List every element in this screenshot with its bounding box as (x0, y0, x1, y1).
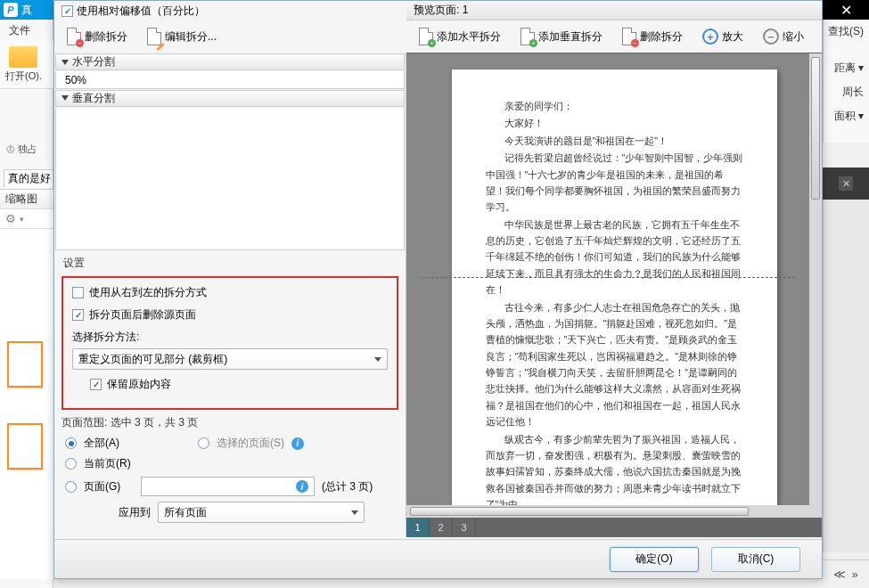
exclusive-mode[interactable]: ♔ 独占 (5, 143, 37, 156)
right-item-area[interactable]: 面积 ▾ (824, 104, 869, 128)
keep-original-row[interactable]: ✓ 保留原始内容 (90, 377, 388, 392)
gear-icon[interactable]: ⚙ (5, 212, 16, 225)
horizontal-scrollbar[interactable] (406, 505, 822, 518)
split-method-combo[interactable]: 重定义页面的可见部分 (裁剪框) (72, 348, 388, 370)
page-tab-1[interactable]: 1 (406, 518, 430, 537)
menu-file[interactable]: 文件 (0, 20, 53, 41)
page-tab-2[interactable]: 2 (430, 518, 453, 537)
thumbnail-1[interactable] (7, 341, 43, 388)
cancel-button[interactable]: 取消(C) (711, 547, 800, 572)
collapse-icon (61, 95, 69, 101)
document-tab[interactable]: 真的是好 (4, 169, 53, 187)
document-icon: − (622, 28, 636, 45)
exclusive-label: 独占 (18, 143, 37, 156)
right-item-perimeter[interactable]: 周长 (824, 80, 869, 104)
delete-source-label: 拆分页面后删除源页面 (89, 307, 196, 323)
delete-split-button[interactable]: − 删除拆分 (61, 25, 133, 48)
zoom-out-label: 缩小 (783, 29, 804, 45)
dialog-body: 水平分割 50% 垂直分割 设置 使用从右到左的拆分方式 ✓ 拆分页面后删除源页… (54, 53, 822, 537)
radio-pages[interactable] (65, 481, 77, 493)
checkbox-rtl[interactable] (72, 287, 84, 298)
doc-line: 亲爱的同学们： (486, 98, 743, 114)
scroll-thumb[interactable] (811, 57, 820, 200)
app-title-text: 真 (21, 3, 32, 18)
zoom-out-button[interactable]: − 缩小 (758, 26, 809, 47)
document-icon: + (521, 28, 535, 45)
preview-pane: 亲爱的同学们： 大家好！ 今天我演讲的题目是"和祖国在一起"！ 记得先哲梁启超曾… (406, 53, 822, 537)
settings-title: 设置 (63, 256, 398, 271)
window-close-button[interactable]: ✕ (823, 0, 869, 20)
top-left-toolbar: ✓ 使用相对偏移值（百分比） − 删除拆分 编辑拆分... (54, 1, 406, 53)
delete-split-button-2[interactable]: − 删除拆分 (617, 25, 688, 48)
h-split-value-row[interactable]: 50% (55, 71, 405, 88)
delete-split-label: 删除拆分 (85, 29, 127, 45)
edit-split-button[interactable]: 编辑拆分... (142, 25, 222, 48)
scroll-thumb[interactable] (410, 507, 749, 516)
rtl-row[interactable]: 使用从右到左的拆分方式 (72, 285, 388, 300)
right-dark-strip: ✕ (823, 167, 869, 200)
zoom-in-label: 放大 (722, 29, 743, 45)
add-v-label: 添加垂直拆分 (538, 29, 603, 45)
delete-source-row[interactable]: ✓ 拆分页面后删除源页面 (72, 307, 388, 323)
vertical-scrollbar[interactable] (809, 53, 822, 505)
radio-current-label: 当前页(R) (84, 456, 131, 471)
apply-to-label: 应用到 (119, 505, 151, 520)
page-range-title: 页面范围: 选中 3 页，共 3 页 (61, 415, 398, 430)
document-icon (147, 28, 161, 45)
add-horizontal-split-button[interactable]: + 添加水平拆分 (414, 25, 506, 48)
crown-icon: ♔ (5, 143, 16, 156)
chevron-down-icon (351, 510, 358, 515)
thumbnail-2[interactable] (7, 423, 43, 470)
info-icon[interactable]: i (291, 437, 304, 450)
radio-selected[interactable] (198, 437, 209, 449)
delete-split-label-2: 删除拆分 (640, 29, 683, 45)
document-icon: + (419, 28, 433, 45)
apply-to-value: 所有页面 (164, 505, 207, 520)
split-list-empty-area (55, 108, 405, 250)
radio-all[interactable] (65, 437, 77, 449)
doc-line: 古往今来，有多少仁人志士在祖国危急存亡的关头，抛头颅，洒热血，为国捐躯。"捐躯赴… (486, 299, 743, 430)
zoom-out-icon: − (763, 29, 779, 45)
edit-split-label: 编辑拆分... (165, 29, 217, 45)
top-right-toolbar: 预览页面: 1 + 添加水平拆分 + 添加垂直拆分 − 删除拆分 + 放大 − … (406, 1, 822, 53)
pages-input[interactable]: i (141, 477, 315, 496)
status-bar-fragment: ≪ » (823, 559, 869, 588)
right-menu-fragment: 查找(S) 距离 ▾ 周长 面积 ▾ (823, 20, 869, 143)
checkbox-relative-offset[interactable]: ✓ (61, 5, 73, 17)
h-split-header-label: 水平分割 (72, 54, 115, 69)
right-item-find[interactable]: 查找(S) (824, 20, 869, 44)
zoom-in-button[interactable]: + 放大 (697, 26, 749, 47)
horizontal-split-header[interactable]: 水平分割 (55, 53, 405, 70)
chevrons-icon[interactable]: ≪ (833, 568, 846, 581)
highlighted-settings-box: 使用从右到左的拆分方式 ✓ 拆分页面后删除源页面 选择拆分方法: 重定义页面的可… (61, 276, 398, 410)
left-pane: 水平分割 50% 垂直分割 设置 使用从右到左的拆分方式 ✓ 拆分页面后删除源页… (54, 53, 406, 537)
zoom-in-icon: + (702, 29, 718, 45)
radio-current[interactable] (65, 458, 77, 470)
settings-section: 设置 使用从右到左的拆分方式 ✓ 拆分页面后删除源页面 选择拆分方法: (54, 250, 406, 537)
vertical-split-header[interactable]: 垂直分割 (55, 90, 405, 107)
right-item-distance[interactable]: 距离 ▾ (824, 56, 869, 80)
radio-selected-label: 选择的页面(S) (217, 436, 284, 451)
info-icon[interactable]: i (296, 480, 308, 493)
doc-line: 记得先哲梁启超曾经说过："少年智则中国智，少年强则中国强！"十六七岁的青少年是祖… (486, 150, 743, 216)
rtl-label: 使用从右到左的拆分方式 (89, 285, 207, 300)
checkbox-keep-original[interactable]: ✓ (90, 379, 102, 390)
checkbox-delete-source[interactable]: ✓ (72, 309, 84, 321)
split-pages-dialog: ✓ 使用相对偏移值（百分比） − 删除拆分 编辑拆分... 预览页面: 1 + … (53, 0, 823, 579)
open-button[interactable]: 打开(O). (5, 46, 42, 83)
add-vertical-split-button[interactable]: + 添加垂直拆分 (515, 25, 608, 48)
panel-close-icon[interactable]: ✕ (839, 176, 853, 191)
chevrons-icon-2[interactable]: » (851, 568, 857, 581)
thumbnail-header: 缩略图 (0, 190, 53, 209)
apply-to-combo[interactable]: 所有页面 (158, 502, 365, 523)
preview-title: 预览页面: 1 (406, 1, 822, 20)
dialog-footer: 确定(O) 取消(C) (54, 539, 822, 578)
doc-line: 大家好！ (486, 115, 743, 131)
preview-viewport[interactable]: 亲爱的同学们： 大家好！ 今天我演讲的题目是"和祖国在一起"！ 记得先哲梁启超曾… (406, 53, 822, 505)
page-tab-3[interactable]: 3 (453, 518, 476, 537)
ok-button[interactable]: 确定(O) (610, 547, 699, 572)
thumbnail-tools[interactable]: ⚙ ▾ (0, 209, 53, 229)
chevron-down-icon[interactable]: ▾ (20, 215, 24, 224)
right-gray-area (823, 200, 869, 552)
use-relative-offset-row[interactable]: ✓ 使用相对偏移值（百分比） (54, 1, 406, 20)
